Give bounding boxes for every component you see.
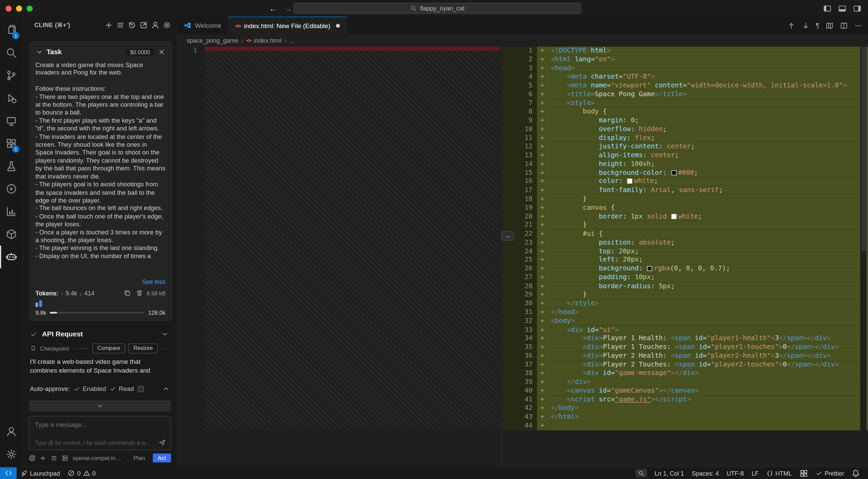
- code-line-43[interactable]: 43+</html>: [502, 413, 860, 421]
- task-close-icon[interactable]: [158, 48, 165, 56]
- code-line-26[interactable]: 26+ background: rgba(0, 0, 0, 0.7);: [502, 265, 860, 273]
- auto-approve-extra-toggle[interactable]: [138, 386, 144, 392]
- api-request-collapse-icon[interactable]: [161, 330, 169, 338]
- go-back-icon[interactable]: ←: [269, 4, 277, 13]
- code-line-6[interactable]: 6+ <title>Space Pong Game</title>: [502, 90, 860, 99]
- diff-original-pane[interactable]: 1: [177, 46, 501, 467]
- previous-change-icon[interactable]: [787, 21, 795, 29]
- code-line-38[interactable]: 38+ <div id="game-message"></div>: [502, 369, 860, 378]
- diff-modified-pane[interactable]: 1+<!DOCTYPE html>2+<html lang="en">3+<he…: [502, 46, 868, 467]
- mcp-icon[interactable]: [62, 454, 69, 461]
- activity-item-metrics[interactable]: [0, 200, 23, 223]
- code-line-14[interactable]: 14+ height: 100vh;: [502, 160, 860, 169]
- code-line-3[interactable]: 3+<head>: [502, 64, 860, 73]
- delete-task-icon[interactable]: [136, 289, 143, 297]
- code-line-25[interactable]: 25+ left: 20px;: [502, 256, 860, 265]
- indentation-status[interactable]: Spaces: 4: [688, 467, 723, 479]
- code-line-24[interactable]: 24+ top: 20px;: [502, 247, 860, 256]
- task-list-icon[interactable]: [116, 21, 124, 29]
- sidebar-settings-icon[interactable]: [163, 21, 171, 29]
- activity-item-run-and-debug[interactable]: [0, 87, 23, 109]
- send-icon[interactable]: [158, 439, 166, 446]
- code-line-16[interactable]: 16+ color: white;: [502, 177, 860, 186]
- toggle-secondary-sidebar-icon[interactable]: [853, 4, 861, 12]
- code-line-41[interactable]: 41+ <script src="game.js"></script>: [502, 395, 860, 404]
- code-line-35[interactable]: 35+ <div>Player 1 Touches: <span id="pla…: [502, 343, 860, 352]
- activity-item-source-control[interactable]: [0, 64, 23, 87]
- code-line-2[interactable]: 2+<html lang="en">: [502, 55, 860, 64]
- code-line-40[interactable]: 40+ <canvas id="gameCanvas"></canvas>: [502, 387, 860, 395]
- code-line-7[interactable]: 7+ <style>: [502, 99, 860, 108]
- activity-item-explorer[interactable]: 1: [0, 19, 23, 42]
- code-line-22[interactable]: 22+ #ui {: [502, 230, 860, 238]
- code-line-19[interactable]: 19+ canvas {: [502, 203, 860, 212]
- go-forward-icon[interactable]: →: [284, 4, 292, 13]
- language-mode[interactable]: {} HTML: [763, 467, 796, 479]
- api-request-row[interactable]: API Request: [30, 330, 169, 338]
- breadcrumb-folder[interactable]: space_pong_game: [186, 37, 238, 44]
- collapsed-section-bar[interactable]: [29, 400, 171, 412]
- open-changes-icon[interactable]: [825, 21, 833, 29]
- toggle-panel-icon[interactable]: [838, 4, 846, 12]
- launchpad-item[interactable]: Launchpad: [17, 467, 64, 479]
- rules-icon[interactable]: [51, 454, 58, 461]
- new-task-icon[interactable]: [105, 21, 113, 29]
- toggle-primary-sidebar-icon[interactable]: [823, 4, 831, 12]
- code-line-11[interactable]: 11+ display: flex;: [502, 134, 860, 143]
- open-in-editor-icon[interactable]: [139, 21, 147, 29]
- account-icon[interactable]: [151, 21, 159, 29]
- window-minimize-button[interactable]: [16, 5, 22, 12]
- color-swatch[interactable]: [671, 170, 676, 175]
- color-swatch[interactable]: [647, 266, 652, 271]
- task-collapse-icon[interactable]: [35, 48, 43, 56]
- eol-status[interactable]: LF: [748, 467, 763, 479]
- code-line-23[interactable]: 23+ position: absolute;: [502, 238, 860, 247]
- whitespace-toggle-icon[interactable]: ¶: [816, 22, 820, 29]
- code-line-12[interactable]: 12+ justify-content: center;: [502, 142, 860, 151]
- compare-button[interactable]: Compare: [92, 343, 125, 353]
- tab-index-html[interactable]: <> index.html: New File (Editable): [229, 17, 347, 34]
- plan-toggle[interactable]: Plan: [130, 454, 149, 462]
- notifications-icon[interactable]: [851, 469, 860, 478]
- auto-approve-expand-icon[interactable]: [162, 385, 170, 393]
- window-close-button[interactable]: [5, 5, 12, 12]
- code-line-31[interactable]: 31+</head>: [502, 308, 860, 317]
- code-line-28[interactable]: 28+ border-radius: 5px;: [502, 282, 860, 291]
- code-line-44[interactable]: 44+: [502, 421, 860, 430]
- code-line-1[interactable]: 1+<!DOCTYPE html>: [502, 46, 860, 55]
- activity-item-remote-explorer[interactable]: [0, 109, 23, 132]
- code-line-30[interactable]: 30+ </style>: [502, 299, 860, 308]
- activity-item-live-preview[interactable]: [0, 178, 23, 200]
- code-line-4[interactable]: 4+ <meta charset="UTF-8">: [502, 72, 860, 81]
- auto-approve-read[interactable]: Read: [110, 386, 134, 392]
- model-selector[interactable]: openai-compat:mistralai/...: [73, 455, 122, 461]
- remote-indicator[interactable]: [0, 467, 17, 479]
- more-actions-icon[interactable]: [854, 21, 862, 29]
- breadcrumbs[interactable]: space_pong_game › <> index.html › ...: [177, 34, 868, 46]
- see-less-link[interactable]: See less: [142, 278, 165, 285]
- diff-revert-arrow-button[interactable]: →: [501, 231, 514, 241]
- activity-item-testing[interactable]: [0, 155, 23, 178]
- code-line-42[interactable]: 42+</body>: [502, 404, 860, 413]
- formatter-status[interactable]: Prettier: [811, 467, 848, 479]
- command-center-search[interactable]: flappy_nyan_cat: [293, 3, 581, 14]
- search-status-item[interactable]: [636, 469, 647, 477]
- restore-button[interactable]: Restore: [129, 343, 158, 353]
- code-line-18[interactable]: 18+ }: [502, 195, 860, 204]
- color-swatch[interactable]: [627, 179, 632, 184]
- code-line-13[interactable]: 13+ align-items: center;: [502, 151, 860, 160]
- code-line-20[interactable]: 20+ border: 1px solid white;: [502, 212, 860, 221]
- code-line-27[interactable]: 27+ padding: 10px;: [502, 273, 860, 282]
- code-line-34[interactable]: 34+ <div>Player 1 Health: <span id="play…: [502, 334, 860, 343]
- split-editor-icon[interactable]: [840, 21, 848, 29]
- code-line-9[interactable]: 9+ margin: 0;: [502, 116, 860, 125]
- code-line-32[interactable]: 32+<body>: [502, 317, 860, 326]
- tab-welcome[interactable]: Welcome: [177, 17, 228, 34]
- code-line-17[interactable]: 17+ font-family: Arial, sans-serif;: [502, 186, 860, 195]
- extension-status-icon[interactable]: [799, 469, 808, 478]
- code-line-36[interactable]: 36+ <div>Player 2 Health: <span id="play…: [502, 352, 860, 360]
- act-toggle[interactable]: Act: [153, 454, 171, 462]
- copy-icon[interactable]: [123, 289, 131, 297]
- code-line-8[interactable]: 8+ body {: [502, 107, 860, 116]
- add-context-icon[interactable]: [39, 454, 46, 461]
